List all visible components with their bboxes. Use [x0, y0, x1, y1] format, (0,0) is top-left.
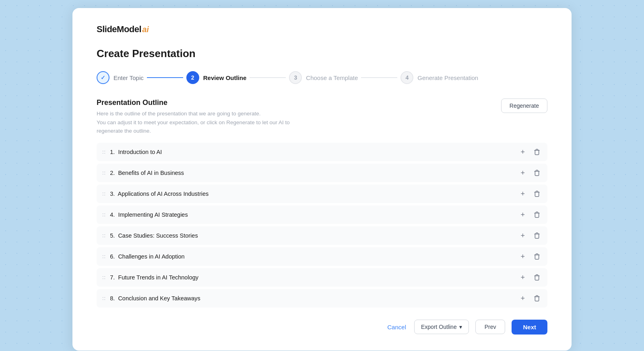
- item-text-1: 1. Introduction to AI: [110, 149, 515, 155]
- delete-item-3-button[interactable]: [532, 190, 542, 198]
- delete-item-4-button[interactable]: [532, 211, 542, 219]
- outline-header: Presentation Outline Here is the outline…: [97, 99, 547, 135]
- drag-handle-4[interactable]: ::: [102, 211, 106, 218]
- export-outline-button[interactable]: Export Outline ▾: [414, 320, 469, 334]
- add-item-4-button[interactable]: +: [519, 210, 526, 219]
- step-line-2: [250, 77, 286, 78]
- item-text-5: 5. Case Studies: Success Stories: [110, 232, 515, 239]
- delete-item-6-button[interactable]: [532, 252, 542, 261]
- drag-handle-7[interactable]: ::: [102, 274, 106, 280]
- outline-item-4: :: 4. Implementing AI Strategies +: [97, 205, 547, 224]
- outline-description: Here is the outline of the presentation …: [97, 109, 290, 135]
- item-text-8: 8. Conclusion and Key Takeaways: [110, 295, 515, 302]
- step-label-1: Enter Topic: [114, 74, 144, 81]
- drag-handle-8[interactable]: ::: [102, 295, 106, 301]
- item-actions-7: +: [519, 273, 542, 282]
- logo: SlideModelai: [97, 24, 547, 35]
- footer: Cancel Export Outline ▾ Prev Next: [97, 320, 547, 335]
- item-actions-8: +: [519, 294, 542, 303]
- item-actions-6: +: [519, 252, 542, 261]
- step-line-1: [147, 77, 183, 78]
- step-choose-template: 3 Choose a Template: [289, 71, 358, 84]
- drag-handle-5[interactable]: ::: [102, 232, 106, 238]
- outline-item-5: :: 5. Case Studies: Success Stories +: [97, 226, 547, 245]
- step-label-3: Choose a Template: [306, 74, 358, 81]
- export-label: Export Outline: [421, 324, 457, 330]
- step-circle-4: 4: [400, 71, 413, 84]
- add-item-5-button[interactable]: +: [519, 231, 526, 240]
- drag-handle-1[interactable]: ::: [102, 149, 106, 155]
- item-actions-2: +: [519, 168, 542, 177]
- outline-item-1: :: 1. Introduction to AI +: [97, 143, 547, 161]
- drag-handle-2[interactable]: ::: [102, 170, 106, 176]
- add-item-8-button[interactable]: +: [519, 294, 526, 303]
- step-enter-topic: ✓ Enter Topic: [97, 71, 144, 84]
- step-circle-1: ✓: [97, 71, 109, 84]
- step-review-outline: 2 Review Outline: [186, 71, 247, 84]
- delete-item-5-button[interactable]: [532, 232, 542, 240]
- add-item-2-button[interactable]: +: [519, 168, 526, 177]
- outline-item-8: :: 8. Conclusion and Key Takeaways +: [97, 289, 547, 308]
- delete-item-8-button[interactable]: [532, 294, 542, 302]
- add-item-3-button[interactable]: +: [519, 189, 526, 198]
- delete-item-2-button[interactable]: [532, 169, 542, 177]
- regenerate-button[interactable]: Regenerate: [501, 99, 547, 113]
- item-actions-3: +: [519, 189, 542, 198]
- item-actions-4: +: [519, 210, 542, 219]
- item-text-2: 2. Benefits of AI in Business: [110, 170, 515, 176]
- step-circle-2: 2: [186, 71, 199, 84]
- outline-item-3: :: 3. Applications of AI Across Industri…: [97, 185, 547, 203]
- check-icon: ✓: [101, 74, 105, 81]
- item-text-7: 7. Future Trends in AI Technology: [110, 274, 515, 281]
- cancel-button[interactable]: Cancel: [386, 320, 408, 334]
- outline-list: :: 1. Introduction to AI + :: 2. Benefit…: [97, 143, 547, 308]
- prev-button[interactable]: Prev: [475, 320, 506, 334]
- outline-title: Presentation Outline: [97, 99, 290, 107]
- item-text-3: 3. Applications of AI Across Industries: [110, 191, 515, 197]
- step-generate: 4 Generate Presentation: [400, 71, 478, 84]
- delete-item-1-button[interactable]: [532, 148, 542, 156]
- item-text-6: 6. Challenges in AI Adoption: [110, 253, 515, 260]
- next-button[interactable]: Next: [512, 320, 547, 335]
- main-card: SlideModelai Create Presentation ✓ Enter…: [72, 8, 572, 351]
- outline-info: Presentation Outline Here is the outline…: [97, 99, 290, 135]
- logo-slide: SlideModel: [97, 24, 141, 35]
- item-actions-5: +: [519, 231, 542, 240]
- outline-item-2: :: 2. Benefits of AI in Business +: [97, 164, 547, 182]
- drag-handle-6[interactable]: ::: [102, 253, 106, 259]
- step-label-2: Review Outline: [203, 74, 247, 81]
- step-line-3: [361, 77, 397, 78]
- outline-item-7: :: 7. Future Trends in AI Technology +: [97, 268, 547, 287]
- add-item-7-button[interactable]: +: [519, 273, 526, 282]
- step-label-4: Generate Presentation: [417, 74, 478, 81]
- page-title: Create Presentation: [97, 47, 547, 60]
- stepper: ✓ Enter Topic 2 Review Outline 3 Choose …: [97, 71, 547, 84]
- outline-item-6: :: 6. Challenges in AI Adoption +: [97, 247, 547, 266]
- dropdown-arrow-icon: ▾: [459, 324, 462, 330]
- step-circle-3: 3: [289, 71, 302, 84]
- item-actions-1: +: [519, 148, 542, 156]
- drag-handle-3[interactable]: ::: [102, 191, 106, 197]
- delete-item-7-button[interactable]: [532, 273, 542, 281]
- item-text-4: 4. Implementing AI Strategies: [110, 211, 515, 218]
- add-item-6-button[interactable]: +: [519, 252, 526, 261]
- add-item-1-button[interactable]: +: [519, 148, 526, 156]
- logo-ai: ai: [142, 25, 149, 34]
